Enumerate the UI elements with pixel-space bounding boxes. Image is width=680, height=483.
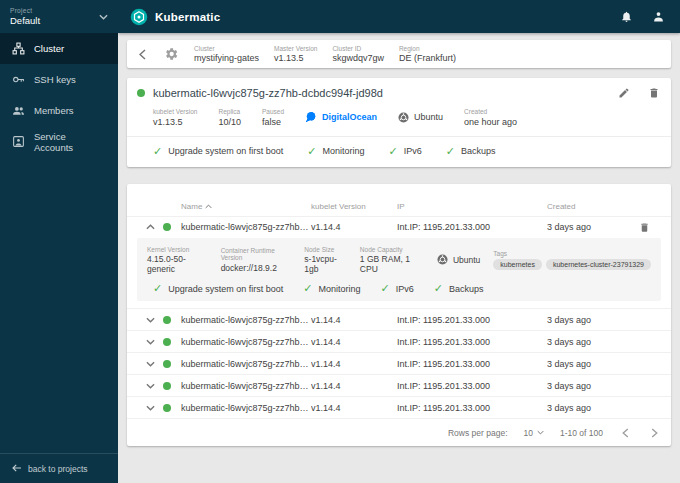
cluster-card: kubermatic-l6wvjc875g-zz7hb-dcbdc994f-jd…	[127, 78, 671, 167]
summary-field-cluster: Cluster mystifying-gates	[194, 45, 259, 64]
node-field-kernel-version: Kernel Version 4.15.0-50-generic	[147, 246, 208, 275]
chevron-up-icon[interactable]	[137, 224, 163, 230]
check-icon: ✓	[153, 146, 162, 157]
feature-label: Monitoring	[319, 284, 361, 294]
project-selector[interactable]: Project Default	[0, 0, 118, 33]
sidebar-item-members[interactable]: Members	[0, 95, 118, 126]
node-version: v1.14.4	[311, 315, 397, 325]
node-row[interactable]: kubermatic-l6wvjc875g-zz7hb-324k v1.14.4…	[127, 352, 671, 374]
back-chevron-icon[interactable]	[137, 49, 148, 60]
feature-item: ✓Upgrade system on first boot	[153, 283, 283, 294]
node-name: kubermatic-l6wvjc875g-zz7hb-324k	[181, 359, 311, 369]
node-detail-panel: Kernel Version 4.15.0-50-generic Contain…	[137, 238, 661, 302]
rows-per-page-value: 10	[524, 428, 533, 438]
project-name: Default	[10, 15, 40, 26]
chevron-down-icon[interactable]	[137, 405, 163, 411]
main-area: Kubermatic Cluster mystifying-gates Mast…	[118, 0, 680, 483]
node-ip: Int.IP: 1195.201.33.000	[397, 315, 547, 325]
node-created: 3 days ago	[547, 403, 637, 413]
back-to-projects-link[interactable]: back to projects	[0, 453, 118, 483]
feature-item: ✓Backups	[446, 146, 496, 157]
node-status-dot	[163, 316, 171, 324]
edit-pencil-icon[interactable]	[617, 86, 631, 100]
feature-label: IPv6	[396, 284, 414, 294]
node-row[interactable]: kubermatic-l6wvjc875g-zz7hb-324k v1.14.4…	[127, 396, 671, 418]
node-status-dot	[163, 404, 171, 412]
service-accounts-icon	[12, 135, 25, 148]
field-label: Node Size	[304, 246, 347, 253]
node-row[interactable]: kubermatic-l6wvjc875g-zz7hb-324k v1.14.4…	[127, 374, 671, 396]
node-version: v1.14.4	[311, 359, 397, 369]
app-title: Kubermatic	[155, 11, 220, 23]
check-icon: ✓	[389, 146, 398, 157]
sidebar-item-ssh-keys[interactable]: SSH keys	[0, 64, 118, 95]
cluster-status-dot	[137, 89, 145, 97]
cluster-field-replica: Replica 10/10	[218, 108, 241, 127]
node-row[interactable]: kubermatic-l6wvjc875g-zz7hb-324k v1.14.4…	[127, 330, 671, 352]
feature-item: ✓IPv6	[381, 283, 414, 294]
cluster-field-created: Created one hour ago	[464, 108, 517, 127]
node-created: 3 days ago	[547, 359, 637, 369]
next-page-button[interactable]	[648, 428, 661, 438]
user-account-icon[interactable]	[650, 9, 666, 25]
cluster-icon	[12, 42, 25, 55]
node-status-dot	[163, 382, 171, 390]
feature-item: ✓Upgrade system on first boot	[153, 146, 283, 157]
rows-per-page-select[interactable]: 10	[524, 428, 544, 438]
feature-item: ✓Monitoring	[307, 146, 364, 157]
field-value: v1.13.5	[153, 117, 197, 127]
column-header-ip[interactable]: IP	[397, 202, 547, 211]
provider-badge: DigitalOcean	[305, 111, 377, 123]
field-label: Container Runtime Version	[221, 247, 292, 261]
node-row-expanded[interactable]: kubermatic-l6wvjc875g-zz7hb-324k v1.14.4…	[127, 216, 671, 238]
node-created: 3 days ago	[547, 381, 637, 391]
node-version: v1.14.4	[311, 337, 397, 347]
node-name: kubermatic-l6wvjc875g-zz7hb-324k	[181, 381, 311, 391]
notifications-bell-icon[interactable]	[618, 9, 634, 25]
chevron-down-icon[interactable]	[137, 339, 163, 345]
summary-field-region: Region DE (Frankfurt)	[399, 45, 456, 64]
sidebar-item-cluster[interactable]: Cluster	[0, 33, 118, 64]
node-delete-trash-icon[interactable]	[637, 220, 651, 234]
feature-label: Upgrade system on first boot	[168, 146, 283, 156]
content-area: Cluster mystifying-gates Master Version …	[118, 33, 680, 483]
node-row[interactable]: kubermatic-l6wvjc875g-zz7hb-324k v1.14.4…	[127, 308, 671, 330]
node-status-dot	[163, 338, 171, 346]
field-value: false	[262, 117, 284, 127]
tag-chip: kubernetes-cluster-23791329	[546, 259, 651, 270]
summary-label: Cluster ID	[332, 45, 384, 52]
node-ip: Int.IP: 1195.201.33.000	[397, 381, 547, 391]
sidebar-item-label: Members	[34, 105, 74, 116]
pagination-range: 1-10 of 100	[560, 428, 603, 438]
feature-label: Upgrade system on first boot	[168, 284, 283, 294]
feature-label: Backups	[461, 146, 496, 156]
top-bar: Kubermatic	[118, 0, 680, 33]
node-ip: Int.IP: 1195.201.33.000	[397, 359, 547, 369]
node-status-dot	[163, 360, 171, 368]
feature-label: Monitoring	[323, 146, 365, 156]
chevron-down-icon[interactable]	[137, 361, 163, 367]
previous-page-button[interactable]	[619, 428, 632, 438]
node-version: v1.14.4	[311, 381, 397, 391]
delete-trash-icon[interactable]	[647, 86, 661, 100]
sidebar-item-service-accounts[interactable]: Service Accounts	[0, 126, 118, 157]
node-status-dot	[163, 223, 171, 231]
column-header-version[interactable]: kubelet Version	[311, 202, 397, 211]
sidebar: Project Default Cluster SSH keys Members	[0, 0, 118, 483]
column-header-name[interactable]: Name	[181, 202, 311, 211]
column-header-created[interactable]: Created	[547, 202, 637, 211]
field-value: docker://18.9.2	[221, 263, 292, 273]
chevron-down-icon[interactable]	[137, 317, 163, 323]
node-rows: kubermatic-l6wvjc875g-zz7hb-324k v1.14.4…	[127, 308, 671, 418]
node-version: v1.14.4	[311, 403, 397, 413]
node-features: ✓Upgrade system on first boot ✓Monitorin…	[147, 283, 651, 294]
sidebar-item-label: Service Accounts	[34, 131, 106, 153]
node-field-tags: Tags kubernetes kubernetes-cluster-23791…	[493, 250, 651, 270]
node-ip: Int.IP: 1195.201.33.000	[397, 222, 547, 232]
cluster-summary-bar: Cluster mystifying-gates Master Version …	[127, 40, 671, 68]
check-icon: ✓	[303, 283, 312, 294]
chevron-down-icon	[537, 430, 544, 435]
nodes-card: Name kubelet Version IP Created kubermat…	[127, 184, 671, 447]
os-badge: Ubuntu	[398, 112, 443, 123]
chevron-down-icon[interactable]	[137, 383, 163, 389]
